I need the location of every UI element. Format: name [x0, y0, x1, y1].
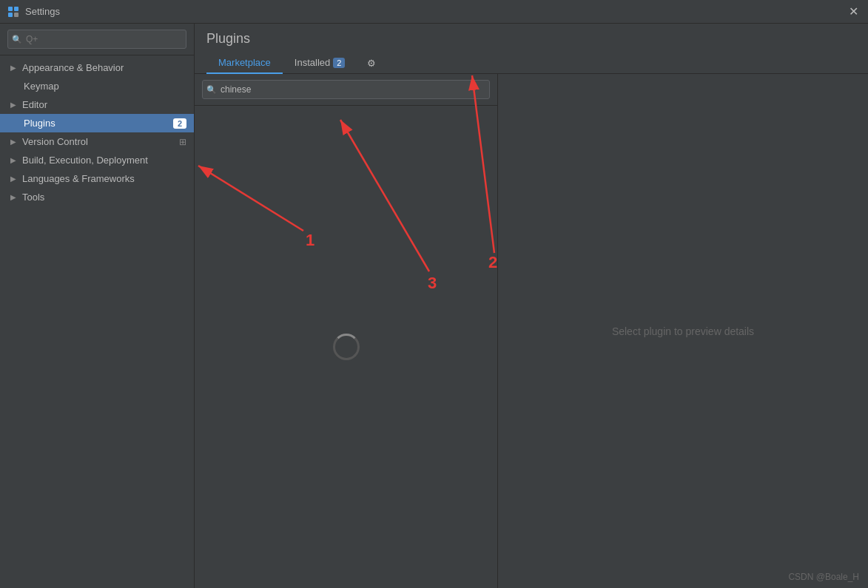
sidebar-search-wrap: 🔍: [7, 30, 186, 49]
loading-area: [195, 106, 497, 588]
tab-marketplace-label: Marketplace: [218, 57, 271, 68]
sidebar-item-label: Editor: [22, 99, 47, 110]
expand-arrow-icon: ▶: [10, 175, 16, 183]
tab-installed[interactable]: Installed 2: [283, 53, 357, 74]
sidebar-search-icon: 🔍: [12, 35, 22, 44]
app-icon: [7, 6, 19, 18]
plugin-search-input[interactable]: [202, 80, 490, 99]
close-button[interactable]: ✕: [846, 4, 861, 19]
settings-gear-button[interactable]: ⚙: [360, 53, 383, 73]
tabs-bar: Marketplace Installed 2 ⚙: [206, 53, 856, 73]
expand-arrow-icon: ▶: [10, 156, 16, 164]
svg-rect-3: [14, 13, 18, 17]
plugin-search-wrap: 🔍: [202, 80, 490, 99]
sidebar-item-languages[interactable]: ▶ Languages & Frameworks: [0, 169, 194, 188]
expand-arrow-icon: ▶: [10, 193, 16, 201]
sidebar-item-label: Version Control: [22, 136, 88, 147]
installed-badge: 2: [333, 58, 345, 68]
sidebar-nav: ▶ Appearance & Behavior Keymap ▶ Editor …: [0, 55, 194, 588]
sidebar-item-label: Languages & Frameworks: [22, 173, 135, 184]
title-bar: Settings ✕: [0, 0, 868, 24]
svg-rect-0: [8, 7, 13, 11]
plugin-search-icon: 🔍: [206, 85, 217, 95]
content-area: Plugins Marketplace Installed 2 ⚙ 🔍: [195, 24, 868, 588]
plugin-list-area: 🔍: [195, 74, 498, 588]
expand-arrow-icon: ▶: [10, 101, 16, 109]
main-layout: 🔍 ▶ Appearance & Behavior Keymap ▶ Edito…: [0, 24, 868, 588]
tab-marketplace[interactable]: Marketplace: [206, 53, 283, 74]
tab-installed-label: Installed: [295, 57, 330, 68]
sidebar-item-label: Appearance & Behavior: [22, 62, 124, 73]
sidebar-item-keymap[interactable]: Keymap: [0, 77, 194, 95]
sidebar-item-tools[interactable]: ▶ Tools: [0, 188, 194, 206]
sidebar-item-plugins[interactable]: Plugins 2: [0, 114, 194, 132]
sidebar: 🔍 ▶ Appearance & Behavior Keymap ▶ Edito…: [0, 24, 195, 588]
plugin-preview-area: Select plugin to preview details: [498, 74, 868, 588]
svg-rect-2: [8, 13, 13, 17]
sidebar-item-label: Build, Execution, Deployment: [22, 155, 148, 166]
plugin-search-bar: 🔍: [195, 74, 497, 106]
expand-arrow-icon: ▶: [10, 138, 16, 146]
sidebar-search-area: 🔍: [0, 24, 194, 55]
watermark: CSDN @Boale_H: [788, 572, 859, 582]
sidebar-item-version-control[interactable]: ▶ Version Control ⊞: [0, 132, 194, 151]
plugin-panel: 🔍 Select plugin to preview details: [195, 74, 868, 588]
expand-arrow-icon: ▶: [10, 64, 16, 72]
sidebar-item-appearance[interactable]: ▶ Appearance & Behavior: [0, 58, 194, 77]
sidebar-item-label: Plugins: [24, 118, 55, 129]
title-bar-title: Settings: [25, 6, 60, 17]
page-title: Plugins: [206, 31, 856, 47]
sidebar-item-editor[interactable]: ▶ Editor: [0, 95, 194, 114]
content-header: Plugins Marketplace Installed 2 ⚙: [195, 24, 868, 74]
sidebar-item-label: Tools: [22, 192, 44, 203]
title-bar-left: Settings: [7, 6, 60, 18]
preview-empty-text: Select plugin to preview details: [612, 325, 754, 337]
sidebar-item-build[interactable]: ▶ Build, Execution, Deployment: [0, 151, 194, 169]
svg-rect-1: [14, 7, 18, 11]
version-control-icon: ⊞: [179, 137, 186, 147]
plugins-badge: 2: [173, 118, 186, 129]
loading-spinner: [333, 334, 360, 360]
sidebar-item-label: Keymap: [24, 81, 59, 92]
sidebar-search-input[interactable]: [7, 30, 186, 49]
